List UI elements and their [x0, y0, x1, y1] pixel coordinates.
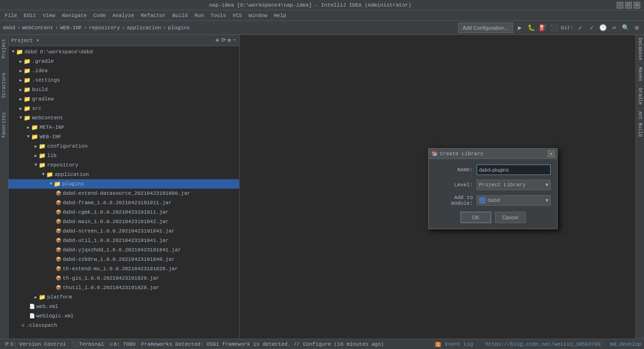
revert-icon[interactable]: ↩	[610, 24, 619, 32]
panel-icon-minimize[interactable]: –	[233, 37, 236, 44]
list-item[interactable]: 📦 thutil_1.0.0.20210423191828.jar	[8, 283, 239, 292]
menu-build[interactable]: Build	[169, 12, 190, 19]
plugins-folder[interactable]: ▼ 📁 plugins	[8, 179, 239, 189]
list-item[interactable]: 📄 weblogic.xml	[8, 311, 239, 321]
list-item[interactable]: ▶ 📁 META-INF	[8, 123, 239, 132]
dialog-close-button[interactable]: ✕	[548, 150, 554, 157]
menu-edit[interactable]: Edit	[21, 12, 39, 19]
add-configuration-button[interactable]: Add Configuration...	[458, 23, 512, 33]
run-icon[interactable]: ▶	[516, 24, 524, 32]
menu-vcs[interactable]: VCS	[230, 12, 245, 19]
list-item[interactable]: ▼ 📁 application	[8, 170, 239, 179]
dialog-ok-button[interactable]: OK	[461, 212, 491, 223]
list-item[interactable]: ▼ 📁 WebContent	[8, 113, 239, 123]
breadcrumb-webcontent[interactable]: WebContent	[22, 25, 53, 31]
toolbar: dabd › WebContent › WEB-INF › repository…	[0, 21, 644, 35]
settings-icon[interactable]: ⚙	[633, 24, 641, 32]
dialog-title: Create Library	[440, 151, 546, 157]
dialog-cancel-button[interactable]: Cancel	[495, 212, 526, 223]
list-item[interactable]: 📦 dabd-screen_1.0.0.20210423191842.jar	[8, 226, 239, 236]
list-item[interactable]: 📦 dabd-util_1.0.0.20210423191841.jar	[8, 236, 239, 245]
vcs-label: 3: Version Control	[10, 341, 66, 347]
debug-icon[interactable]: 🐛	[527, 24, 536, 32]
list-item[interactable]: ▶ 📁 build	[8, 85, 239, 94]
menu-refactor[interactable]: Refactor	[138, 12, 169, 19]
menu-code[interactable]: Code	[91, 12, 108, 19]
list-item[interactable]: ▼ 📁 repository	[8, 160, 239, 170]
project-tree: ▼ 📁 dabd D:\workspace\dabd ▶ 📁 .gradle ▶…	[8, 46, 239, 349]
event-log-label[interactable]: Event Log	[445, 341, 473, 347]
list-item[interactable]: ⚙ .classpath	[8, 321, 239, 330]
dialog-name-input[interactable]	[477, 165, 551, 175]
list-item[interactable]: ▶ 📁 src	[8, 104, 239, 113]
bottom-tabs: ⟳ 3: Version Control ⬛ Terminal ☑ 6: TOD…	[3, 341, 137, 347]
stop-icon[interactable]: ⬛	[550, 24, 558, 32]
menu-view[interactable]: View	[40, 12, 58, 19]
git-bottom-url: https://blog.csdn.net/weixin_39563780	[486, 341, 601, 347]
right-tab-gradle[interactable]: Gradle	[636, 85, 644, 108]
status-text: Frameworks Detected: OSGi framework is d…	[141, 341, 384, 347]
list-item[interactable]: ▶ 📁 gradlew	[8, 94, 239, 104]
toolbar-right: Add Configuration... ▶ 🐛 ⛽ ⬛ Git: ✓ ✓ 🕐 …	[458, 23, 641, 33]
bottom-tab-terminal[interactable]: ⬛ Terminal	[70, 341, 106, 347]
todo-icon: ☑	[110, 341, 113, 347]
right-tab-maven[interactable]: Maven	[636, 64, 644, 84]
breadcrumb-application[interactable]: application	[127, 25, 161, 31]
menu-help[interactable]: Help	[271, 12, 289, 19]
menu-navigate[interactable]: Navigate	[59, 12, 90, 19]
git-check1-icon[interactable]: ✓	[576, 24, 585, 32]
coverage-icon[interactable]: ⛽	[538, 24, 547, 32]
panel-icon-settings[interactable]: ⚙	[228, 37, 231, 44]
breadcrumb-plugins[interactable]: plugins	[168, 25, 190, 31]
menu-tools[interactable]: Tools	[207, 12, 229, 19]
list-item[interactable]: 📦 th-gis_1.0.0.20210423191829.jar	[8, 274, 239, 283]
list-item[interactable]: 📦 dabd-extend-datasource_20210423191600.…	[8, 189, 239, 198]
tree-root[interactable]: ▼ 📁 dabd D:\workspace\dabd	[8, 47, 239, 57]
list-item[interactable]: ▼ 📁 WEB-INF	[8, 132, 239, 141]
sidebar-tab-favorites[interactable]: Favorites	[0, 110, 8, 140]
breadcrumb-dabd[interactable]: dabd	[3, 25, 15, 31]
dialog-level-row: Level: Project Library ▼	[435, 180, 551, 190]
list-item[interactable]: 📦 dabd-main_1.0.0.20210423191842.jar	[8, 217, 239, 226]
list-item[interactable]: ▶ 📁 lib	[8, 151, 239, 160]
list-item[interactable]: ▶ 📁 platform	[8, 292, 239, 302]
right-tab-database[interactable]: Database	[636, 35, 644, 63]
bottom-bar: ⟳ 3: Version Control ⬛ Terminal ☑ 6: TOD…	[0, 339, 644, 349]
bottom-tab-todo[interactable]: ☑ 6: TODO	[108, 341, 138, 347]
maximize-button[interactable]: □	[625, 2, 632, 8]
git-label: Git:	[561, 25, 573, 31]
dialog-level-select[interactable]: Project Library ▼	[477, 180, 551, 190]
list-item[interactable]: ▶ 📁 .settings	[8, 75, 239, 85]
history-icon[interactable]: 🕐	[599, 24, 607, 32]
list-item[interactable]: 📦 dabd-zzbdrw_1.0.0.20210423191840.jar	[8, 255, 239, 264]
panel-icon-add[interactable]: ⊕	[215, 37, 219, 44]
menu-window[interactable]: Window	[246, 12, 270, 19]
git-url: 1 Event Log https://blog.csdn.net/weixin…	[435, 341, 641, 347]
breadcrumb-repository[interactable]: repository	[89, 25, 120, 31]
create-library-dialog: 📚 Create Library ✕ Name: Level: Project …	[428, 148, 558, 229]
sidebar-tab-project[interactable]: Project	[0, 37, 8, 60]
list-item[interactable]: 📄 web.xml	[8, 302, 239, 311]
menu-file[interactable]: File	[2, 12, 20, 19]
list-item[interactable]: 📦 th-extend-mx_1.0.0.20210423191829.jar	[8, 264, 239, 274]
close-button[interactable]: ✕	[634, 2, 640, 8]
list-item[interactable]: 📦 dabd-cgmk_1.0.0.20210423191911.jar	[8, 208, 239, 217]
right-tab-antbuild[interactable]: Ant Build	[636, 108, 644, 140]
git-check2-icon[interactable]: ✓	[587, 24, 596, 32]
list-item[interactable]: 📦 dabd-frame_1.0.0.20210423191911.jar	[8, 198, 239, 208]
dialog-module-select[interactable]: dabd ▼	[477, 195, 551, 206]
list-item[interactable]: 📦 dabd-yjqxzhdd_1.0.0.20210423191841.jar	[8, 245, 239, 255]
list-item[interactable]: ▶ 📁 .gradle	[8, 57, 239, 66]
panel-icon-sync[interactable]: ⟳	[221, 37, 226, 44]
list-item[interactable]: ▶ 📁 .idea	[8, 66, 239, 75]
event-log-badge: 1	[435, 342, 441, 347]
menu-run[interactable]: Run	[191, 12, 206, 19]
search-icon[interactable]: 🔍	[621, 24, 630, 32]
menu-analyze[interactable]: Analyze	[109, 12, 137, 19]
bottom-tab-vcs[interactable]: ⟳ 3: Version Control	[3, 341, 68, 347]
list-item[interactable]: ▶ 📁 configuration	[8, 141, 239, 151]
breadcrumb-webinf[interactable]: WEB-INF	[60, 25, 82, 31]
minimize-button[interactable]: –	[617, 2, 623, 8]
sidebar-tab-structure[interactable]: Structure	[0, 71, 8, 100]
dialog-title-bar: 📚 Create Library ✕	[429, 149, 557, 159]
